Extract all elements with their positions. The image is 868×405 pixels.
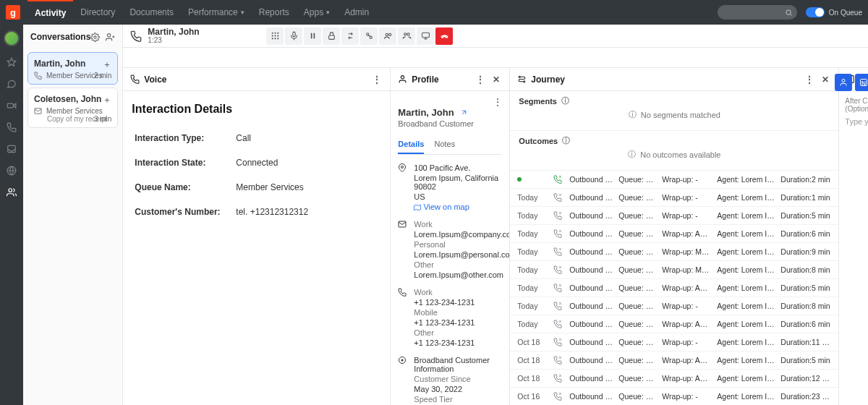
profile-icon (398, 74, 407, 84)
email-label: Work (414, 220, 509, 229)
svg-point-51 (401, 359, 404, 362)
close-icon[interactable]: ✕ (490, 74, 502, 85)
globe-icon[interactable] (6, 165, 17, 176)
hold-button[interactable] (360, 27, 378, 45)
notes-panel: Notes After Call Work (Optional) Type yo… (839, 68, 868, 405)
journey-agent: Agent: Lorem Ipsum (717, 229, 775, 238)
add-person-icon[interactable] (106, 33, 115, 42)
journey-agent: Agent: Lorem Ipsum (717, 211, 775, 220)
group-button[interactable] (379, 27, 396, 45)
nav-item-documents[interactable]: Documents (122, 0, 181, 25)
conversation-card[interactable]: Martin, John＋Member Services2 min (27, 52, 118, 85)
info-icon[interactable]: ⓘ (562, 135, 570, 146)
plus-icon[interactable]: ＋ (103, 59, 111, 71)
journey-type: Outbound call (569, 193, 613, 202)
svg-line-29 (368, 35, 370, 36)
journey-row[interactable]: TodayOutbound callQueue: Lo...Wrap-up: M… (510, 243, 838, 261)
journey-row[interactable]: Oct 18Outbound callQueue: Lo...Wrap-up: … (510, 351, 838, 370)
transfer-button[interactable] (341, 27, 359, 45)
conversation-card[interactable]: Coletosen, John＋Member ServicesCopy of m… (27, 88, 118, 128)
user-avatar[interactable] (4, 30, 20, 46)
info-icon[interactable]: ⓘ (561, 95, 569, 106)
detail-key: Interaction State: (135, 158, 236, 168)
caller-name: Martin, John (148, 27, 199, 36)
nav-item-directory[interactable]: Directory (73, 0, 122, 25)
tab-details[interactable]: Details (398, 135, 424, 154)
broadband-header: Broadband Customer Information (414, 356, 502, 373)
broadband-tier-label: Speed Tier (414, 395, 502, 404)
kebab-icon[interactable]: ⋮ (804, 74, 815, 85)
outbound-call-icon (553, 320, 563, 328)
address-line1: 100 Pacific Ave. (414, 163, 502, 172)
email-value: Lorem.Ipsum@other.com (414, 270, 509, 279)
close-icon[interactable]: ✕ (820, 74, 831, 85)
detail-value: tel. +12312312312 (236, 207, 308, 217)
journey-row[interactable]: Oct 18Outbound callQueue: Lo...Wrap-up: … (510, 333, 838, 351)
journey-row[interactable]: TodayOutbound callQueue: Lo...Wrap-up: -… (510, 189, 838, 207)
kebab-icon[interactable]: ⋮ (475, 74, 486, 85)
journey-date: Today (517, 320, 548, 328)
journey-agent: Agent: Lorem Ipsum (717, 265, 775, 274)
nav-item-activity[interactable]: Activity (27, 0, 73, 25)
plus-icon[interactable]: ＋ (103, 94, 111, 106)
detail-row: Queue Name:Member Services (132, 175, 381, 200)
keypad-button[interactable] (266, 27, 284, 45)
journey-row[interactable]: TodayOutbound callQueue: Lo...Wrap-up: A… (510, 315, 838, 333)
view-on-map-link[interactable]: View on map (414, 202, 502, 211)
journey-type: Outbound call (569, 247, 613, 256)
pause-button[interactable] (304, 27, 321, 45)
journey-agent: Agent: Lorem Ipsum (717, 374, 775, 383)
journey-row[interactable]: Oct 16Outbound callQueue: Lo...Wrap-up: … (510, 388, 838, 405)
journey-row[interactable]: TodayOutbound callQueue: Lo...Wrap-up: A… (510, 279, 838, 297)
outbound-call-icon (553, 284, 563, 292)
journey-agent: Agent: Lorem Ipsum (717, 392, 775, 401)
screen-button[interactable] (417, 27, 434, 45)
global-search[interactable] (718, 5, 797, 20)
journey-wrapup: Wrap-up: MD7ED (662, 247, 711, 256)
outbound-call-icon (553, 247, 563, 256)
app-logo: g (6, 5, 20, 20)
journey-strip-button[interactable] (855, 74, 868, 91)
svg-rect-34 (422, 33, 429, 38)
journey-date: Oct 16 (517, 392, 548, 401)
outbound-call-icon (553, 175, 563, 184)
journey-row[interactable]: Outbound callQueue: Lo...Wrap-up: -Agent… (510, 171, 838, 189)
svg-point-20 (274, 38, 276, 39)
journey-title: Journey (531, 74, 565, 85)
nav-item-admin[interactable]: Admin (337, 0, 376, 25)
cobrowse-button[interactable] (398, 27, 415, 45)
kebab-icon[interactable]: ⋮ (493, 97, 502, 107)
journey-queue: Queue: Lo... (618, 392, 656, 401)
journey-row[interactable]: TodayOutbound callQueue: Lo...Wrap-up: A… (510, 225, 838, 243)
secure-button[interactable] (323, 27, 340, 45)
kebab-icon[interactable]: ⋮ (371, 74, 383, 85)
settings-icon[interactable] (90, 33, 100, 42)
people-icon[interactable] (6, 187, 17, 198)
nav-item-performance[interactable]: Performance▾ (181, 0, 252, 25)
toggle-switch-icon (806, 7, 825, 17)
notes-textarea[interactable]: Type your notes here (no p (845, 117, 868, 126)
hangup-button[interactable] (435, 27, 453, 45)
journey-row[interactable]: Oct 18Outbound callQueue: Lo...Wrap-up: … (510, 370, 838, 388)
journey-queue: Queue: Lo... (618, 211, 656, 220)
segments-label: Segments (519, 97, 557, 106)
external-link-icon[interactable] (460, 108, 468, 116)
journey-row[interactable]: TodayOutbound callQueue: Lo...Wrap-up: M… (510, 261, 838, 279)
journey-row[interactable]: TodayOutbound callQueue: Lo...Wrap-up: -… (510, 207, 838, 225)
journey-wrapup: Wrap-up: MD7ED (662, 265, 711, 274)
video-icon[interactable] (6, 100, 17, 111)
profile-strip-button[interactable] (835, 74, 852, 91)
nav-item-apps[interactable]: Apps▾ (297, 0, 337, 25)
star-icon[interactable] (6, 56, 17, 68)
profile-title: Profile (412, 74, 438, 85)
inbox-icon[interactable] (6, 143, 17, 155)
tab-notes[interactable]: Notes (434, 135, 455, 154)
phone-rail-icon[interactable] (6, 122, 17, 133)
on-queue-toggle[interactable]: On Queue (806, 7, 862, 17)
mic-button[interactable] (285, 27, 302, 45)
chat-icon[interactable] (6, 78, 17, 90)
wifi-icon (398, 356, 408, 405)
journey-row[interactable]: TodayOutbound callQueue: Lo...Wrap-up: -… (510, 297, 838, 315)
journey-date (517, 177, 548, 182)
nav-item-reports[interactable]: Reports (252, 0, 297, 25)
